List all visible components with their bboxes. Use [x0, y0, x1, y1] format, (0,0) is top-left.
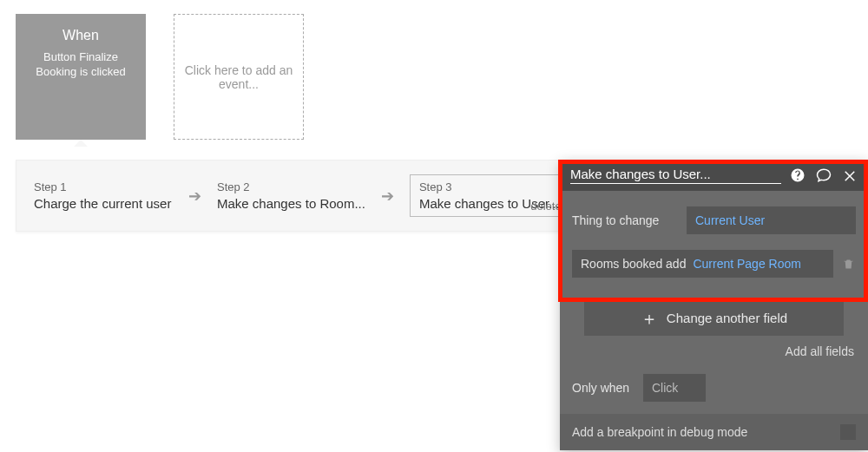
step-label: Step 2 [217, 180, 365, 193]
thing-to-change-row: Thing to change Current User [572, 206, 856, 234]
panel-body: Thing to change Current User Rooms booke… [560, 191, 868, 290]
field-expression-row: Rooms booked add Current Page Room [572, 250, 856, 278]
step-text: Make changes to Room... [217, 196, 365, 211]
breakpoint-checkbox[interactable] [840, 424, 856, 440]
trigger-title: When [62, 28, 99, 43]
step-label: Step 1 [34, 180, 173, 193]
only-when-label: Only when [572, 381, 635, 395]
close-icon[interactable] [842, 167, 858, 183]
trigger-event-card[interactable]: When Button Finalize Booking is clicked [16, 14, 146, 140]
add-all-fields-link[interactable]: Add all fields [560, 336, 868, 358]
breakpoint-row: Add a breakpoint in debug mode [560, 414, 868, 450]
arrow-icon: ➔ [185, 187, 205, 206]
field-expression[interactable]: Rooms booked add Current Page Room [572, 250, 833, 278]
field-expression-link: Current Page Room [693, 257, 801, 271]
panel-header-icons [790, 167, 858, 183]
only-when-field[interactable]: Click [643, 374, 706, 402]
step-text: Charge the current user [34, 196, 173, 211]
trash-icon[interactable] [842, 257, 856, 272]
thing-to-change-label: Thing to change [572, 213, 678, 227]
thing-to-change-field[interactable]: Current User [687, 206, 856, 234]
help-icon[interactable] [790, 167, 806, 183]
step-properties-panel: Make changes to User... Thing to change … [560, 160, 868, 450]
arrow-icon: ➔ [378, 187, 398, 206]
change-another-field-label: Change another field [667, 311, 787, 325]
add-event-text: Click here to add an event... [183, 63, 294, 91]
field-expression-prefix: Rooms booked add [581, 257, 686, 271]
step-delete-link[interactable]: delete [530, 200, 561, 213]
add-event-placeholder[interactable]: Click here to add an event... [174, 14, 304, 140]
breakpoint-label: Add a breakpoint in debug mode [572, 425, 747, 439]
step-1[interactable]: Step 1 Charge the current user [34, 180, 173, 211]
workflow-trigger-row: When Button Finalize Booking is clicked … [16, 14, 304, 140]
step-2[interactable]: Step 2 Make changes to Room... [217, 180, 365, 211]
comment-icon[interactable] [816, 167, 832, 183]
trigger-subtitle: Button Finalize Booking is clicked [24, 50, 137, 80]
panel-header: Make changes to User... [560, 160, 868, 191]
panel-title[interactable]: Make changes to User... [570, 167, 781, 184]
change-another-field-button[interactable]: ＋ Change another field [584, 300, 844, 336]
step-label: Step 3 [419, 180, 560, 193]
only-when-row: Only when Click [560, 374, 868, 414]
step-3-selected[interactable]: Step 3 Make changes to User... delete [410, 174, 569, 217]
